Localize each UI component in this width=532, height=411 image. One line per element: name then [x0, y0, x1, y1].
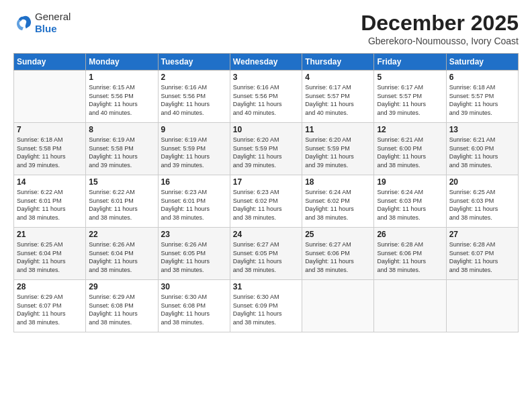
- day-cell: 24Sunrise: 6:27 AM Sunset: 6:05 PM Dayli…: [230, 228, 302, 280]
- day-info: Sunrise: 6:29 AM Sunset: 6:08 PM Dayligh…: [89, 293, 154, 326]
- day-cell: 31Sunrise: 6:30 AM Sunset: 6:09 PM Dayli…: [230, 280, 302, 332]
- day-info: Sunrise: 6:30 AM Sunset: 6:09 PM Dayligh…: [233, 293, 299, 326]
- day-number: 15: [89, 177, 154, 187]
- day-number: 21: [17, 230, 83, 239]
- page: General Blue December 2025 Gberekoro-Nou…: [0, 0, 532, 411]
- day-cell: 7Sunrise: 6:18 AM Sunset: 5:58 PM Daylig…: [14, 123, 86, 175]
- day-info: Sunrise: 6:19 AM Sunset: 5:59 PM Dayligh…: [161, 136, 227, 169]
- logo-text: General Blue: [35, 11, 71, 35]
- day-number: 17: [233, 177, 299, 187]
- location: Gberekoro-Noumousso, Ivory Coast: [361, 36, 519, 46]
- day-cell: 1Sunrise: 6:15 AM Sunset: 5:56 PM Daylig…: [86, 71, 158, 123]
- day-info: Sunrise: 6:17 AM Sunset: 5:57 PM Dayligh…: [377, 83, 443, 117]
- day-number: 22: [89, 230, 154, 239]
- day-number: 13: [449, 125, 515, 134]
- day-info: Sunrise: 6:26 AM Sunset: 6:04 PM Dayligh…: [89, 240, 154, 274]
- day-cell: 17Sunrise: 6:23 AM Sunset: 6:02 PM Dayli…: [230, 175, 302, 228]
- day-info: Sunrise: 6:20 AM Sunset: 5:59 PM Dayligh…: [305, 136, 371, 169]
- week-row-1: 7Sunrise: 6:18 AM Sunset: 5:58 PM Daylig…: [14, 123, 519, 175]
- day-number: 9: [161, 125, 227, 134]
- day-number: 25: [305, 230, 371, 239]
- day-info: Sunrise: 6:23 AM Sunset: 6:01 PM Dayligh…: [161, 188, 227, 222]
- day-cell: [14, 71, 86, 123]
- day-info: Sunrise: 6:25 AM Sunset: 6:04 PM Dayligh…: [17, 240, 83, 274]
- week-row-0: 1Sunrise: 6:15 AM Sunset: 5:56 PM Daylig…: [14, 71, 519, 123]
- title-block: December 2025 Gberekoro-Noumousso, Ivory…: [361, 11, 519, 46]
- logo-blue: Blue: [35, 23, 57, 34]
- day-info: Sunrise: 6:30 AM Sunset: 6:08 PM Dayligh…: [161, 293, 227, 326]
- day-cell: 9Sunrise: 6:19 AM Sunset: 5:59 PM Daylig…: [158, 123, 230, 175]
- day-number: 20: [449, 177, 515, 187]
- day-info: Sunrise: 6:18 AM Sunset: 5:57 PM Dayligh…: [449, 83, 515, 117]
- day-info: Sunrise: 6:18 AM Sunset: 5:58 PM Dayligh…: [17, 136, 83, 169]
- day-cell: 21Sunrise: 6:25 AM Sunset: 6:04 PM Dayli…: [14, 228, 86, 280]
- day-cell: 28Sunrise: 6:29 AM Sunset: 6:07 PM Dayli…: [14, 280, 86, 332]
- day-cell: [446, 280, 518, 332]
- day-number: 4: [305, 73, 371, 82]
- day-cell: 5Sunrise: 6:17 AM Sunset: 5:57 PM Daylig…: [374, 71, 446, 123]
- day-cell: 18Sunrise: 6:24 AM Sunset: 6:02 PM Dayli…: [302, 175, 374, 228]
- day-cell: 6Sunrise: 6:18 AM Sunset: 5:57 PM Daylig…: [446, 71, 518, 123]
- day-cell: 12Sunrise: 6:21 AM Sunset: 6:00 PM Dayli…: [374, 123, 446, 175]
- logo-general: General: [35, 11, 71, 22]
- day-number: 24: [233, 230, 299, 239]
- week-row-2: 14Sunrise: 6:22 AM Sunset: 6:01 PM Dayli…: [14, 175, 519, 228]
- day-cell: 15Sunrise: 6:22 AM Sunset: 6:01 PM Dayli…: [86, 175, 158, 228]
- day-cell: 22Sunrise: 6:26 AM Sunset: 6:04 PM Dayli…: [86, 228, 158, 280]
- day-number: 26: [377, 230, 443, 239]
- calendar-header: Sunday Monday Tuesday Wednesday Thursday…: [14, 54, 519, 71]
- day-number: 29: [89, 282, 154, 291]
- day-info: Sunrise: 6:17 AM Sunset: 5:57 PM Dayligh…: [305, 83, 371, 117]
- day-info: Sunrise: 6:15 AM Sunset: 5:56 PM Dayligh…: [89, 83, 154, 117]
- day-info: Sunrise: 6:21 AM Sunset: 6:00 PM Dayligh…: [377, 136, 443, 169]
- day-number: 18: [305, 177, 371, 187]
- day-number: 12: [377, 125, 443, 134]
- day-number: 11: [305, 125, 371, 134]
- day-info: Sunrise: 6:19 AM Sunset: 5:58 PM Dayligh…: [89, 136, 154, 169]
- day-number: 27: [449, 230, 515, 239]
- day-info: Sunrise: 6:24 AM Sunset: 6:02 PM Dayligh…: [305, 188, 371, 222]
- day-cell: 10Sunrise: 6:20 AM Sunset: 5:59 PM Dayli…: [230, 123, 302, 175]
- day-number: 10: [233, 125, 299, 134]
- day-cell: 27Sunrise: 6:28 AM Sunset: 6:07 PM Dayli…: [446, 228, 518, 280]
- day-number: 6: [449, 73, 515, 82]
- day-info: Sunrise: 6:21 AM Sunset: 6:00 PM Dayligh…: [449, 136, 515, 169]
- day-info: Sunrise: 6:26 AM Sunset: 6:05 PM Dayligh…: [161, 240, 227, 274]
- logo-icon: [13, 13, 32, 32]
- day-info: Sunrise: 6:28 AM Sunset: 6:07 PM Dayligh…: [449, 240, 515, 274]
- col-monday: Monday: [86, 54, 158, 71]
- day-cell: 8Sunrise: 6:19 AM Sunset: 5:58 PM Daylig…: [86, 123, 158, 175]
- day-info: Sunrise: 6:20 AM Sunset: 5:59 PM Dayligh…: [233, 136, 299, 169]
- day-number: 7: [17, 125, 83, 134]
- day-cell: 3Sunrise: 6:16 AM Sunset: 5:56 PM Daylig…: [230, 71, 302, 123]
- header-row: Sunday Monday Tuesday Wednesday Thursday…: [14, 54, 519, 71]
- day-info: Sunrise: 6:24 AM Sunset: 6:03 PM Dayligh…: [377, 188, 443, 222]
- day-info: Sunrise: 6:27 AM Sunset: 6:05 PM Dayligh…: [233, 240, 299, 274]
- day-info: Sunrise: 6:23 AM Sunset: 6:02 PM Dayligh…: [233, 188, 299, 222]
- day-number: 1: [89, 73, 154, 82]
- day-cell: 19Sunrise: 6:24 AM Sunset: 6:03 PM Dayli…: [374, 175, 446, 228]
- day-cell: 14Sunrise: 6:22 AM Sunset: 6:01 PM Dayli…: [14, 175, 86, 228]
- day-number: 14: [17, 177, 83, 187]
- month-title: December 2025: [361, 11, 519, 36]
- day-info: Sunrise: 6:29 AM Sunset: 6:07 PM Dayligh…: [17, 293, 83, 326]
- day-cell: 16Sunrise: 6:23 AM Sunset: 6:01 PM Dayli…: [158, 175, 230, 228]
- week-row-4: 28Sunrise: 6:29 AM Sunset: 6:07 PM Dayli…: [14, 280, 519, 332]
- day-number: 31: [233, 282, 299, 291]
- day-cell: 4Sunrise: 6:17 AM Sunset: 5:57 PM Daylig…: [302, 71, 374, 123]
- day-number: 16: [161, 177, 227, 187]
- day-info: Sunrise: 6:22 AM Sunset: 6:01 PM Dayligh…: [89, 188, 154, 222]
- day-number: 28: [17, 282, 83, 291]
- day-number: 2: [161, 73, 227, 82]
- day-number: 8: [89, 125, 154, 134]
- col-saturday: Saturday: [446, 54, 518, 71]
- day-cell: 30Sunrise: 6:30 AM Sunset: 6:08 PM Dayli…: [158, 280, 230, 332]
- day-number: 3: [233, 73, 299, 82]
- day-number: 19: [377, 177, 443, 187]
- day-cell: 11Sunrise: 6:20 AM Sunset: 5:59 PM Dayli…: [302, 123, 374, 175]
- logo: General Blue: [13, 11, 71, 35]
- day-cell: 20Sunrise: 6:25 AM Sunset: 6:03 PM Dayli…: [446, 175, 518, 228]
- day-cell: 13Sunrise: 6:21 AM Sunset: 6:00 PM Dayli…: [446, 123, 518, 175]
- col-tuesday: Tuesday: [158, 54, 230, 71]
- day-cell: [302, 280, 374, 332]
